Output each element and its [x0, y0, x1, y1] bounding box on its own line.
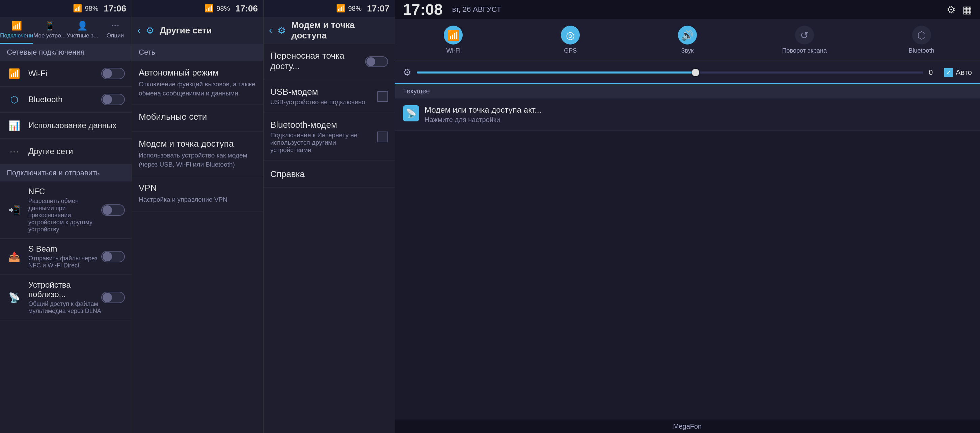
qt-sound-label: Звук [681, 47, 694, 54]
nfc-label: NFC [29, 187, 101, 196]
справка-label: Справка [270, 169, 305, 179]
qt-bluetooth-label: Bluetooth [909, 47, 934, 54]
nearby-text: Устройства поблизо... Общий доступ к фай… [29, 280, 101, 315]
panel3-title: Модем и точка доступа [291, 20, 390, 41]
bt-modem-title: Bluetooth-модем [270, 120, 377, 130]
time-3: 17:07 [367, 3, 390, 14]
qt-wifi-label: Wi-Fi [446, 47, 460, 54]
settings-item-sbeam[interactable]: 📤 S Beam Отправить файлы через NFC и Wi-… [0, 239, 132, 275]
current-section: Текущее [395, 84, 980, 98]
signal-icon-1: 📶 [73, 4, 82, 13]
notif-time: 17:08 [403, 0, 443, 19]
wifi-toggle[interactable] [101, 68, 125, 79]
nearby-sublabel: Общий доступ к файлам мультимедиа через … [29, 300, 101, 315]
vpn-title: VPN [139, 183, 256, 193]
usb-modem-text: USB-модем USB-устройство не подключено [270, 87, 377, 106]
brightness-gear-icon[interactable]: ⚙ [403, 67, 411, 78]
notif-hotspot[interactable]: 📡 Модем или точка доступа акт... Нажмите… [395, 98, 980, 131]
grid-icon-notif[interactable]: ▦ [963, 4, 972, 16]
status-bar-3: 📶 98% 17:07 [264, 0, 395, 17]
quick-toggles: 📶 Wi-Fi ◎ GPS 🔊 Звук ↺ Поворот экрана ⬡ … [395, 19, 980, 61]
bt-modem-checkbox[interactable] [377, 132, 388, 142]
battery-3: 98% [348, 5, 361, 13]
status-bar-1: 📶 98% 17:06 [0, 0, 132, 17]
qt-rotate[interactable]: ↺ Поворот экрана [746, 25, 863, 54]
nearby-toggle[interactable] [101, 292, 125, 303]
tab-options[interactable]: ⋯ Опции [99, 17, 132, 44]
hotspot-toggle[interactable] [365, 56, 388, 67]
brightness-value: 0 [929, 68, 939, 77]
nfc-toggle[interactable] [101, 205, 125, 216]
qt-gps[interactable]: ◎ GPS [512, 25, 629, 54]
qt-gps-icon: ◎ [561, 25, 580, 44]
tab-accounts-label: Учетные з... [67, 32, 98, 39]
status-bar-2: 📶 98% 17:06 [132, 0, 263, 17]
tab-connections-label: Подключени [0, 32, 33, 39]
panel2-title: Другие сети [160, 25, 212, 36]
sbeam-sublabel: Отправить файлы через NFC и Wi-Fi Direct [29, 255, 101, 269]
back-button-3[interactable]: ‹ [269, 25, 272, 36]
nearby-icon: 📡 [7, 290, 22, 305]
battery-1: 98% [85, 5, 98, 13]
panel2-header: ‹ ⚙ Другие сети [132, 17, 263, 44]
hotspot-title: Переносная точка досту... [270, 51, 365, 71]
signal-icon-3: 📶 [336, 4, 345, 13]
brightness-slider[interactable] [417, 71, 923, 73]
net-item-mobile[interactable]: Мобильные сети [132, 105, 263, 132]
modem-title: Модем и точка доступа [139, 139, 256, 149]
settings-item-bluetooth[interactable]: ⬡ Bluetooth [0, 87, 132, 113]
notif-status-bar: 17:08 вт, 26 АВГУСТ ⚙ ▦ [395, 0, 980, 19]
settings-item-nearby[interactable]: 📡 Устройства поблизо... Общий доступ к ф… [0, 275, 132, 320]
carrier-label: MegaFon [673, 423, 702, 430]
settings-item-data[interactable]: 📊 Использование данных [0, 113, 132, 139]
brightness-fill [417, 71, 695, 73]
net-item-vpn[interactable]: VPN Настройка и управление VPN [132, 176, 263, 211]
auto-brightness-check[interactable]: ✓ Авто [944, 68, 972, 77]
qt-bluetooth[interactable]: ⬡ Bluetooth [863, 25, 980, 54]
tab-options-label: Опции [107, 32, 124, 39]
wifi-label: Wi-Fi [29, 69, 101, 78]
modem-item-hotspot[interactable]: Переносная точка досту... [264, 44, 395, 80]
auto-label: Авто [956, 68, 972, 77]
modem-item-bluetooth[interactable]: Bluetooth-модем Подключение к Интернету … [264, 113, 395, 161]
carrier-bar: MegaFon [395, 420, 980, 433]
data-usage-label: Использование данных [29, 121, 125, 130]
qt-sound-icon: 🔊 [678, 25, 697, 44]
back-button-2[interactable]: ‹ [137, 25, 140, 36]
bluetooth-toggle[interactable] [101, 94, 125, 105]
sbeam-toggle[interactable] [101, 251, 125, 262]
settings-icon-notif[interactable]: ⚙ [947, 4, 956, 16]
mobile-title: Мобильные сети [139, 112, 256, 122]
modem-item-usb[interactable]: USB-модем USB-устройство не подключено [264, 80, 395, 113]
bt-modem-sub: Подключение к Интернету не используется … [270, 132, 377, 154]
wifi-icon: 📶 [7, 66, 22, 81]
net-item-modem[interactable]: Модем и точка доступа Использовать устро… [132, 132, 263, 176]
справка-item[interactable]: Справка [264, 161, 395, 188]
qt-sound[interactable]: 🔊 Звук [629, 25, 746, 54]
other-nets-icon: ⋯ [7, 144, 22, 159]
usb-modem-title: USB-модем [270, 87, 377, 97]
usb-modem-checkbox[interactable] [377, 91, 388, 102]
settings-item-nfc[interactable]: 📲 NFC Разрешить обмен данными при прикос… [0, 181, 132, 239]
net-item-autonomy[interactable]: Автономный режим Отключение функций вызо… [132, 61, 263, 105]
tab-mydevice[interactable]: 📱 Мое устро... [33, 17, 66, 44]
panel4-inner: 17:08 вт, 26 АВГУСТ ⚙ ▦ 📶 Wi-Fi ◎ GPS 🔊 … [395, 0, 980, 433]
tabs-row: 📶 Подключени 📱 Мое устро... 👤 Учетные з.… [0, 17, 132, 44]
settings-item-other-nets[interactable]: ⋯ Другие сети [0, 139, 132, 165]
tab-accounts-icon: 👤 [77, 21, 88, 31]
auto-checkbox: ✓ [944, 68, 953, 77]
qt-gps-label: GPS [564, 47, 577, 54]
brightness-thumb [692, 69, 699, 76]
battery-2: 98% [216, 5, 230, 13]
modem-sub: Использовать устройство как модем (через… [139, 151, 256, 169]
nfc-text: NFC Разрешить обмен данными при прикосно… [29, 187, 101, 233]
notif-date: вт, 26 АВГУСТ [452, 5, 501, 14]
qt-wifi[interactable]: 📶 Wi-Fi [395, 25, 512, 54]
tab-accounts[interactable]: 👤 Учетные з... [66, 17, 99, 44]
nearby-label: Устройства поблизо... [29, 280, 101, 299]
panel-notification-shade: 17:08 вт, 26 АВГУСТ ⚙ ▦ 📶 Wi-Fi ◎ GPS 🔊 … [395, 0, 980, 433]
notif-hotspot-sub: Нажмите для настройки [425, 116, 972, 124]
sbeam-text: S Beam Отправить файлы через NFC и Wi-Fi… [29, 244, 101, 269]
settings-item-wifi[interactable]: 📶 Wi-Fi [0, 61, 132, 87]
tab-connections[interactable]: 📶 Подключени [0, 17, 33, 44]
